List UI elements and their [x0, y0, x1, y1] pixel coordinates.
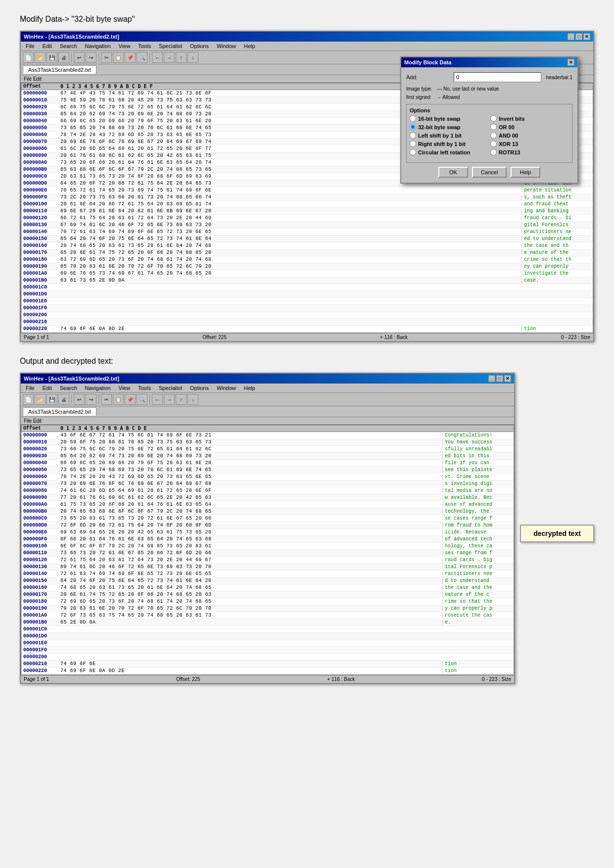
modal-close-btn[interactable]: ✕	[567, 59, 574, 66]
help-button[interactable]: Help	[511, 167, 540, 178]
table-row: 000000D072 6F 6D 20 66 72 61 75 64 20 74…	[21, 522, 514, 529]
cut-btn2[interactable]: ✂	[101, 394, 112, 405]
menu-help[interactable]: Help	[240, 42, 259, 50]
ok-button[interactable]: OK	[438, 167, 468, 178]
menu-search[interactable]: Search	[56, 42, 81, 50]
hex-offset-cell: 00000220	[23, 668, 60, 674]
modal-content: Add: headerbar.1 Image type: — No, use l…	[401, 67, 577, 183]
status-page2: Page 1 of 1	[24, 676, 49, 682]
undo-btn[interactable]: ↩	[74, 52, 85, 63]
menu2-window[interactable]: Window	[213, 384, 240, 392]
minimize-btn2[interactable]: _	[488, 375, 495, 382]
hex-tab2[interactable]: Ass3Task1Scrambled2.txt	[23, 407, 96, 416]
new-btn2[interactable]: 📄	[23, 394, 34, 405]
table-row: 0000022074 69 6F 6E 0A 0D 2Etion	[21, 668, 514, 675]
new-btn[interactable]: 📄	[23, 52, 34, 63]
radio-and[interactable]	[490, 132, 497, 139]
menu-file[interactable]: File	[22, 42, 39, 50]
table-row: 0000005073 65 65 20 74 68 69 73 20 70 6C…	[21, 467, 514, 474]
radio-xor[interactable]	[490, 141, 497, 147]
menu-navigation[interactable]: Navigation	[81, 42, 115, 50]
copy-btn[interactable]: 📋	[113, 52, 124, 63]
opt-invert[interactable]: Invert bits	[490, 115, 569, 122]
menu2-options[interactable]: Options	[186, 384, 213, 392]
arrow-up-btn2[interactable]: ↑	[176, 394, 187, 405]
redo-btn[interactable]: ↪	[86, 52, 96, 63]
offset-val2: 225	[192, 676, 200, 682]
menu-options[interactable]: Options	[186, 42, 213, 50]
arrow-right-btn[interactable]: →	[164, 52, 175, 63]
opt-left-shift[interactable]: Left shift by 1 bit	[410, 132, 488, 139]
menu2-file[interactable]: File	[22, 384, 39, 392]
cut-btn[interactable]: ✂	[101, 52, 112, 63]
menu2-search[interactable]: Search	[56, 384, 81, 392]
minimize-btn[interactable]: _	[567, 33, 574, 40]
cancel-button[interactable]: Cancel	[472, 167, 507, 178]
menu2-help[interactable]: Help	[240, 384, 259, 392]
arrow-down-btn2[interactable]: ↓	[188, 394, 198, 405]
menu2-edit[interactable]: Edit	[39, 384, 56, 392]
table-row: 0000011073 65 73 20 72 61 6E 67 65 20 66…	[21, 550, 514, 557]
menu-edit[interactable]: Edit	[39, 42, 56, 50]
sep1b	[71, 394, 72, 404]
radio-circular[interactable]	[410, 149, 416, 155]
undo-btn2[interactable]: ↩	[74, 394, 85, 405]
radio-invert[interactable]	[490, 115, 497, 122]
save-btn[interactable]: 💾	[47, 52, 57, 63]
opt-rotr13[interactable]: ROTR13	[490, 149, 569, 155]
radio-rotr13[interactable]	[490, 149, 497, 155]
radio-left-shift[interactable]	[410, 132, 416, 139]
menu-specialist[interactable]: Specialist	[155, 42, 186, 50]
opt-16bit[interactable]: 16-bit byte swap	[410, 115, 488, 122]
maximize-btn[interactable]: □	[575, 33, 582, 40]
opt-circular[interactable]: Circular left rotation	[410, 149, 488, 155]
open-btn2[interactable]: 📂	[35, 394, 46, 405]
table-row: 0000006078 74 2E 20 20 43 72 69 6D 65 20…	[21, 474, 514, 481]
menu2-navigation[interactable]: Navigation	[81, 384, 115, 392]
copy-btn2[interactable]: 📋	[113, 394, 124, 405]
arrow-down-btn[interactable]: ↓	[188, 52, 198, 63]
menu-tools[interactable]: Tools	[134, 42, 155, 50]
menu2-tools[interactable]: Tools	[134, 384, 155, 392]
radio-16bit[interactable]	[410, 115, 416, 122]
hex-offset-cell: 00000000	[23, 433, 60, 438]
arrow-right-btn2[interactable]: →	[164, 394, 175, 405]
print-btn2[interactable]: 🖨	[58, 394, 69, 405]
hex-bytes-cell: 65 2E 0D 0A	[60, 620, 442, 625]
hex-offset-cell: 00000150	[23, 236, 60, 241]
open-btn[interactable]: 📂	[35, 52, 46, 63]
opt-xor[interactable]: XOR 13	[490, 141, 569, 147]
paste-btn[interactable]: 📌	[125, 52, 136, 63]
hex-editor2: Offset 0 1 2 3 4 5 6 7 8 9 A B C D E 000…	[21, 425, 514, 675]
status-offset1: Offset: 225	[202, 335, 227, 340]
radio-right-shift[interactable]	[410, 141, 416, 147]
save-btn2[interactable]: 💾	[47, 394, 57, 405]
search-btn2[interactable]: 🔍	[137, 394, 147, 405]
close-btn2[interactable]: ✕	[504, 375, 511, 382]
table-row: 0000015065 64 20 74 6F 20 75 6E 64 65 72…	[21, 236, 593, 242]
menu2-specialist[interactable]: Specialist	[155, 384, 186, 392]
close-btn[interactable]: ✕	[583, 33, 590, 40]
menu-view[interactable]: View	[115, 42, 135, 50]
hex-bytes-cell: 73 65 65 20 74 68 69 73 20 70 6C 61 69 6…	[60, 467, 442, 473]
opt-or[interactable]: OR 00	[490, 124, 569, 130]
arrow-up-btn[interactable]: ↑	[176, 52, 187, 63]
print-btn[interactable]: 🖨	[58, 52, 69, 63]
add-input[interactable]	[454, 72, 541, 82]
arrow-left-btn2[interactable]: ←	[152, 394, 163, 405]
hex-tab[interactable]: Ass3Task1Scrambled2.txt	[23, 65, 96, 74]
opt-right-shift[interactable]: Right shift by 1 bit	[410, 141, 488, 147]
paste-btn2[interactable]: 📌	[125, 394, 136, 405]
radio-or[interactable]	[490, 124, 497, 130]
window2-titlebar: WinHex - [Ass3Task1Scrambled2.txt] _ □ ✕	[21, 374, 514, 384]
menu2-view[interactable]: View	[115, 384, 135, 392]
maximize-btn2[interactable]: □	[496, 375, 503, 382]
hex-text-cell: ey can properly	[521, 264, 591, 269]
menu-window[interactable]: Window	[213, 42, 240, 50]
opt-32bit[interactable]: 32-bit byte swap	[410, 124, 488, 130]
arrow-left-btn[interactable]: ←	[152, 52, 163, 63]
search-btn[interactable]: 🔍	[137, 52, 147, 63]
radio-32bit[interactable]	[410, 124, 416, 130]
redo-btn2[interactable]: ↪	[86, 394, 96, 405]
opt-and[interactable]: AND 00	[490, 132, 569, 139]
